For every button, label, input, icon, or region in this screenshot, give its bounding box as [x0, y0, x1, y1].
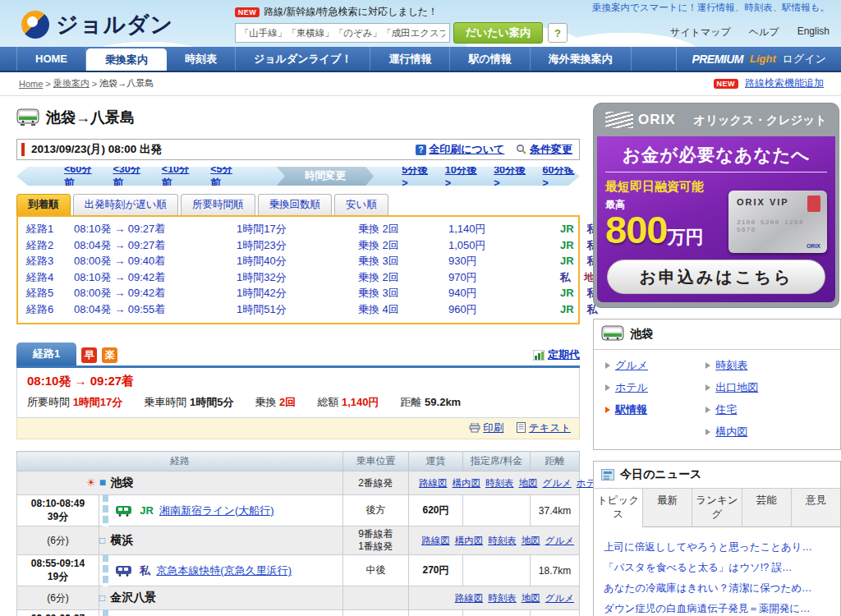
line-name-link[interactable]: 湘南新宿ライン(大船行)	[159, 504, 274, 517]
route-row-6[interactable]: 経路6 08:04発 → 09:55着 1時間51分 乗換 4回 960円 JR…	[26, 301, 570, 318]
search-help-button[interactable]: ?	[548, 23, 568, 43]
line-name-link[interactable]: 京急本線快特(京急久里浜行)	[156, 564, 292, 577]
route-row-5[interactable]: 経路5 08:00発 → 09:42着 1時間42分 乗換 3回 940円 JR…	[26, 285, 570, 301]
housing-link[interactable]: 住宅	[715, 402, 737, 417]
rosenzu-link[interactable]: 路線図	[421, 536, 450, 545]
tab-transfers[interactable]: 乗換回数順	[258, 194, 333, 215]
service-tagline[interactable]: 乗換案内でスマートに！運行情報、時刻表、駅情報も。	[592, 2, 830, 14]
chizu-link[interactable]: 地図	[522, 536, 540, 545]
news-item[interactable]: ダウン症児の白血病遺伝子発見＝薬開発に…	[604, 599, 832, 616]
jorudan-logo[interactable]: ジョルダン	[21, 10, 173, 39]
route-label[interactable]: 経路6	[26, 301, 74, 318]
login-link[interactable]: ログイン	[783, 52, 826, 67]
station-map-link[interactable]: 構内図	[715, 425, 747, 439]
nav-jorudan-live[interactable]: ジョルダンライブ！	[236, 47, 370, 71]
news-item[interactable]: 「パスタを食べると太る」はウソ!? 誤…	[604, 558, 832, 578]
gourmet-link[interactable]: グルメ	[545, 536, 574, 545]
rosenzu-link[interactable]: 路線図	[419, 478, 448, 488]
commuter-pass-link[interactable]: 定期代	[548, 347, 580, 362]
jikokuhyo-link[interactable]: 時刻表	[488, 593, 517, 603]
arrow-bullet-icon	[605, 384, 610, 391]
gourmet-link[interactable]: グルメ	[543, 478, 572, 488]
news-title: 今日のニュース	[620, 467, 701, 482]
time-minus-60[interactable]: <60分前	[64, 163, 101, 191]
route-label[interactable]: 経路3	[26, 253, 74, 269]
konaizu-link[interactable]: 構内図	[453, 478, 481, 488]
premium-logo[interactable]: PREMIUM	[692, 53, 743, 66]
orix-ad-banner[interactable]: ORIX オリックス・クレジット お金が必要なあなたへ 最短即日融資可能 最高 …	[593, 103, 839, 308]
detail-toolbar: 印刷 テキスト	[16, 418, 580, 439]
time-minus-30[interactable]: <30分前	[113, 163, 149, 191]
time-minus-5[interactable]: <5分前	[210, 163, 242, 191]
jikokuhyo-link[interactable]: 時刻表	[488, 536, 517, 545]
hotel-link[interactable]: ホテル	[615, 380, 648, 395]
origin-square-icon: ■	[99, 476, 106, 489]
route1-tab[interactable]: 経路1	[16, 342, 76, 365]
sitemap-link[interactable]: サイトマップ	[670, 25, 731, 39]
print-all-link[interactable]: 全印刷について	[429, 143, 504, 155]
text-link[interactable]: テキスト	[529, 422, 571, 434]
english-link[interactable]: English	[797, 25, 830, 39]
nav-unko-joho[interactable]: 運行情報	[370, 47, 450, 71]
arrow-bullet-icon	[705, 407, 710, 413]
news-item[interactable]: あなたの冷蔵庫はきれい？清潔に保つため…	[604, 578, 832, 599]
help-link[interactable]: ヘルプ	[749, 25, 779, 39]
credit-card-image: ORIX VIP 2100 5200 1234 5678 ORIX	[728, 191, 827, 253]
jikokuhyo-link[interactable]: 時刻表	[485, 478, 514, 488]
ad-apply-button[interactable]: お申込みはこちら	[607, 260, 825, 294]
chizu-link[interactable]: 地図	[519, 478, 538, 488]
station-info-link[interactable]: 駅情報	[615, 402, 647, 417]
print-link[interactable]: 印刷	[483, 422, 503, 434]
nav-kaigai[interactable]: 海外乗換案内	[531, 47, 632, 71]
konaizu-link[interactable]: 構内図	[455, 536, 484, 545]
nav-norikae-annai[interactable]: 乗換案内	[86, 48, 167, 71]
route-fare: 960円	[448, 301, 547, 318]
exit-map-link[interactable]: 出口地図	[715, 380, 758, 395]
route-label[interactable]: 経路4	[26, 269, 74, 286]
time-minus-10[interactable]: <10分前	[162, 163, 199, 191]
news-item[interactable]: 上司に倍返ししてやろうと思ったことあり…	[604, 537, 832, 558]
tab-late-departure[interactable]: 出発時刻が遅い順	[73, 194, 179, 215]
route-label[interactable]: 経路5	[26, 285, 74, 301]
route-label[interactable]: 経路1	[26, 221, 74, 237]
time-plus-60[interactable]: 60分後>	[543, 163, 580, 189]
gourmet-link[interactable]: グルメ	[615, 358, 648, 373]
line-search-input[interactable]	[235, 23, 450, 43]
timetable-link[interactable]: 時刻表	[715, 358, 747, 373]
route-row-4[interactable]: 経路4 08:10発 → 09:42着 1時間32分 乗換 2回 970円 私地	[26, 269, 570, 286]
time-plus-10[interactable]: 10分後>	[445, 163, 482, 189]
news-tab-latest[interactable]: 最新	[642, 489, 692, 526]
nav-jikokuhyo[interactable]: 時刻表	[167, 47, 236, 71]
route-fare: 930円	[448, 253, 547, 269]
news-tab-entertainment[interactable]: 芸能	[742, 489, 791, 526]
tab-duration[interactable]: 所要時間順	[181, 194, 255, 215]
nav-eki-joho[interactable]: 駅の情報	[450, 47, 530, 71]
station-row-ikebukuro: ☀■池袋 2番線発 路線図構内図時刻表地図グルメホテル	[17, 471, 580, 495]
tab-arrival-order[interactable]: 到着順	[16, 194, 71, 215]
news-tab-opinion[interactable]: 意見	[791, 489, 840, 526]
time-plus-30[interactable]: 30分後>	[494, 163, 531, 189]
route-time: 08:00発 → 09:40着	[74, 253, 237, 269]
route-row-3[interactable]: 経路3 08:00発 → 09:40着 1時間40分 乗換 3回 930円 JR…	[26, 253, 570, 269]
gourmet-link[interactable]: グルメ	[545, 593, 574, 603]
news-tab-topics[interactable]: トピックス	[594, 489, 642, 527]
route-row-1[interactable]: 経路1 08:10発 → 09:27着 1時間17分 乗換 2回 1,140円 …	[26, 221, 570, 237]
news-tab-ranking[interactable]: ランキング	[692, 489, 741, 526]
route-search-feature-link[interactable]: 路線検索機能追加	[745, 76, 824, 90]
nav-home[interactable]: HOME	[16, 47, 86, 71]
premium-light-logo[interactable]: Light	[750, 53, 776, 65]
time-change-label: 時間変更	[277, 167, 374, 186]
time-plus-5[interactable]: 5分後>	[402, 163, 434, 189]
daitai-annai-button[interactable]: だいたい案内	[453, 22, 543, 44]
breadcrumb-section[interactable]: 乗換案内	[53, 77, 90, 90]
rosenzu-link[interactable]: 路線図	[455, 593, 484, 603]
change-conditions-link[interactable]: 条件変更	[530, 143, 572, 155]
col-position: 乗車位置	[343, 452, 409, 471]
route-label[interactable]: 経路2	[26, 237, 74, 254]
tab-cheapest[interactable]: 安い順	[334, 194, 388, 215]
breadcrumb-home[interactable]: Home	[19, 79, 43, 89]
card-number: 2100 5200 1234 5678	[737, 218, 827, 233]
route-row-2[interactable]: 経路2 08:04発 → 09:27着 1時間23分 乗換 2回 1,050円 …	[26, 237, 570, 254]
stat-ride-time: 1時間5分	[190, 396, 233, 408]
chizu-link[interactable]: 地図	[522, 593, 540, 603]
